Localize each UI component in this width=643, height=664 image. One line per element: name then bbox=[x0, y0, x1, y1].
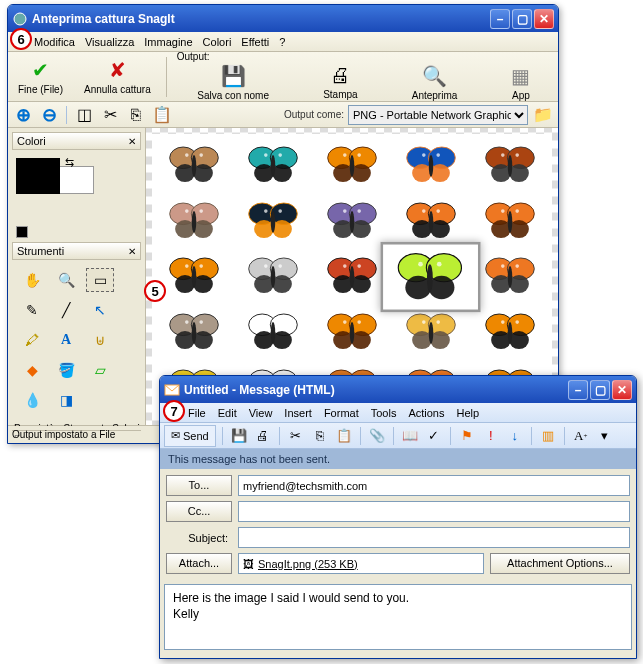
svg-point-13 bbox=[264, 153, 268, 157]
anteprima-label: Anteprima bbox=[412, 90, 458, 101]
address-book-icon[interactable]: 📖 bbox=[400, 426, 420, 446]
to-field[interactable] bbox=[238, 475, 630, 496]
menu-colori[interactable]: Colori bbox=[203, 36, 232, 48]
color-picker[interactable]: ⇆ bbox=[12, 154, 141, 198]
menu-help[interactable]: Help bbox=[456, 407, 479, 419]
stamp-tool-icon[interactable]: ⊎ bbox=[86, 328, 114, 352]
svg-point-62 bbox=[422, 209, 426, 213]
strumenti-label: Strumenti bbox=[17, 245, 64, 257]
send-button[interactable]: ✉ Send bbox=[164, 425, 216, 447]
zoom-tool-icon[interactable]: 🔍 bbox=[52, 268, 80, 292]
menu-tools[interactable]: Tools bbox=[371, 407, 397, 419]
menu-edit[interactable]: Edit bbox=[218, 407, 237, 419]
output-format-select[interactable]: PNG - Portable Network Graphics bbox=[348, 105, 528, 125]
marquee-tool-icon[interactable]: ▭ bbox=[86, 268, 114, 292]
butterfly-thumb bbox=[314, 194, 391, 248]
background-color[interactable] bbox=[58, 166, 94, 194]
menu-modifica[interactable]: Modifica bbox=[34, 36, 75, 48]
butterfly-thumb bbox=[381, 242, 481, 312]
anteprima-button[interactable]: 🔍 Anteprima bbox=[402, 62, 469, 102]
copy-icon[interactable]: ⎘ bbox=[125, 104, 147, 126]
strumenti-panel-header[interactable]: Strumenti ✕ bbox=[12, 242, 141, 260]
cut-icon[interactable]: ✂ bbox=[99, 104, 121, 126]
panel-close-icon[interactable]: ✕ bbox=[128, 136, 136, 147]
zoom-out-icon[interactable]: ⊖ bbox=[38, 104, 60, 126]
svg-point-133 bbox=[436, 321, 440, 325]
attachment-filename[interactable]: SnagIt.png (253 KB) bbox=[258, 558, 358, 570]
svg-point-5 bbox=[192, 155, 197, 177]
maximize-button[interactable]: ▢ bbox=[512, 9, 532, 29]
subject-field[interactable] bbox=[238, 527, 630, 548]
maximize-button[interactable]: ▢ bbox=[590, 380, 610, 400]
msg-titlebar[interactable]: Untitled - Message (HTML) – ▢ ✕ bbox=[160, 376, 636, 403]
message-body[interactable]: Here is the image I said I would send to… bbox=[164, 584, 632, 650]
font-size-icon[interactable]: A+ bbox=[571, 426, 591, 446]
flag-icon[interactable]: ⚑ bbox=[457, 426, 477, 446]
importance-high-icon[interactable]: ! bbox=[481, 426, 501, 446]
mini-swatch[interactable] bbox=[16, 226, 28, 238]
fine-button[interactable]: ✔ Fine (File) bbox=[8, 54, 74, 100]
swap-colors-icon[interactable]: ⇆ bbox=[65, 156, 74, 169]
save-icon[interactable]: 💾 bbox=[229, 426, 249, 446]
copy-icon[interactable]: ⎘ bbox=[310, 426, 330, 446]
output-browse-icon[interactable]: 📁 bbox=[532, 104, 554, 126]
attach-button[interactable]: Attach... bbox=[166, 553, 232, 574]
cc-field[interactable] bbox=[238, 501, 630, 522]
menu-format[interactable]: Format bbox=[324, 407, 359, 419]
check-names-icon[interactable]: ✓ bbox=[424, 426, 444, 446]
svg-point-56 bbox=[357, 209, 361, 213]
menu-immagine[interactable]: Immagine bbox=[144, 36, 192, 48]
menu-help[interactable]: ? bbox=[279, 36, 285, 48]
attach-icon[interactable]: 📎 bbox=[367, 426, 387, 446]
text-tool-icon[interactable]: A bbox=[52, 328, 80, 352]
minimize-button[interactable]: – bbox=[490, 9, 510, 29]
to-button[interactable]: To... bbox=[166, 475, 232, 496]
menu-view[interactable]: View bbox=[249, 407, 273, 419]
cut-icon[interactable]: ✂ bbox=[286, 426, 306, 446]
menu-visualizza[interactable]: Visualizza bbox=[85, 36, 134, 48]
eraser-tool-icon[interactable]: ◨ bbox=[52, 388, 80, 412]
colori-label: Colori bbox=[17, 135, 46, 147]
snagit-toolbar-sub: ⊕ ⊖ ◫ ✂ ⎘ 📋 Output come: PNG - Portable … bbox=[8, 102, 558, 128]
svg-point-7 bbox=[200, 153, 204, 157]
paste-icon[interactable]: 📋 bbox=[151, 104, 173, 126]
arrow-tool-icon[interactable]: ↖ bbox=[86, 298, 114, 322]
hand-tool-icon[interactable]: ✋ bbox=[18, 268, 46, 292]
paste-icon[interactable]: 📋 bbox=[334, 426, 354, 446]
shape-tool-icon[interactable]: ◆ bbox=[18, 358, 46, 382]
menu-effetti[interactable]: Effetti bbox=[241, 36, 269, 48]
crop-icon[interactable]: ◫ bbox=[73, 104, 95, 126]
panel-close-icon[interactable]: ✕ bbox=[128, 246, 136, 257]
fill-tool-icon[interactable]: 🪣 bbox=[52, 358, 80, 382]
print-icon[interactable]: 🖨 bbox=[253, 426, 273, 446]
annulla-button[interactable]: ✘ Annulla cattura bbox=[74, 54, 162, 100]
close-button[interactable]: ✕ bbox=[534, 9, 554, 29]
attachment-box[interactable]: 🖼 SnagIt.png (253 KB) bbox=[238, 553, 484, 574]
menu-insert[interactable]: Insert bbox=[284, 407, 312, 419]
minimize-button[interactable]: – bbox=[568, 380, 588, 400]
app-button[interactable]: ▦ App bbox=[501, 62, 541, 102]
output-label: Output: bbox=[171, 51, 558, 62]
callout-tool-icon[interactable]: ▱ bbox=[86, 358, 114, 382]
menu-file[interactable]: File bbox=[188, 407, 206, 419]
line-tool-icon[interactable]: ╱ bbox=[52, 298, 80, 322]
colori-panel-header[interactable]: Colori ✕ bbox=[12, 132, 141, 150]
zoom-in-icon[interactable]: ⊕ bbox=[12, 104, 34, 126]
snagit-titlebar[interactable]: Anteprima cattura SnagIt – ▢ ✕ bbox=[8, 5, 558, 32]
menu-actions[interactable]: Actions bbox=[408, 407, 444, 419]
app-icon: ▦ bbox=[511, 64, 530, 88]
salva-button[interactable]: 💾 Salva con nome bbox=[187, 62, 280, 102]
options-icon[interactable]: ▥ bbox=[538, 426, 558, 446]
attachment-options-button[interactable]: Attachment Options... bbox=[490, 553, 630, 574]
foreground-color[interactable] bbox=[16, 158, 60, 194]
highlighter-tool-icon[interactable]: 🖍 bbox=[18, 328, 46, 352]
close-button[interactable]: ✕ bbox=[612, 380, 632, 400]
importance-low-icon[interactable]: ↓ bbox=[505, 426, 525, 446]
eyedropper-tool-icon[interactable]: 💧 bbox=[18, 388, 46, 412]
cc-button[interactable]: Cc... bbox=[166, 501, 232, 522]
toolbar-overflow-icon[interactable]: ▾ bbox=[595, 426, 615, 446]
pencil-tool-icon[interactable]: ✎ bbox=[18, 298, 46, 322]
separator bbox=[66, 106, 67, 124]
stampa-button[interactable]: 🖨 Stampa bbox=[313, 62, 368, 102]
svg-point-82 bbox=[271, 267, 276, 289]
